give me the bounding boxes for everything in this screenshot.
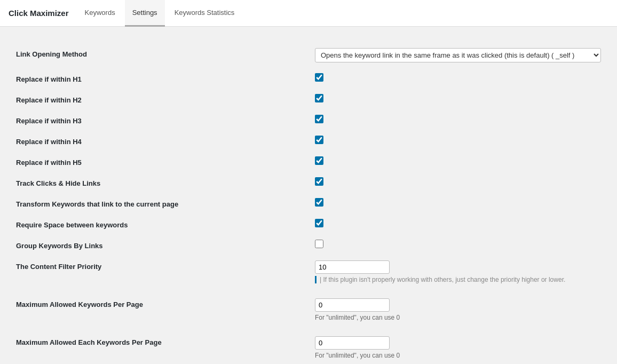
link-opening-select[interactable]: Opens the keyword link in the same frame… [315,48,601,62]
row-h1: Replace if within H1 [16,68,601,89]
checkbox-group-keywords[interactable] [315,240,323,248]
content-filter-input[interactable] [315,260,390,274]
max-keywords-input[interactable] [315,298,390,312]
checkbox-h2[interactable] [315,94,323,102]
checkbox-h4[interactable] [315,136,323,144]
link-opening-row: Link Opening Method Opens the keyword li… [16,43,601,68]
checkbox-h3[interactable] [315,115,323,123]
row-track-clicks: Track Clicks & Hide Links [16,172,601,193]
label-max-each-keywords: Maximum Allowed Each Keywords Per Page [16,338,162,346]
max-each-keywords-hint: For "unlimited", you can use 0 [315,352,601,359]
row-h3: Replace if within H3 [16,109,601,130]
checkbox-h5[interactable] [315,156,323,165]
label-h2: Replace if within H2 [16,96,82,104]
link-opening-label: Link Opening Method [16,50,87,58]
label-track-clicks: Track Clicks & Hide Links [16,179,100,187]
content-filter-hint: | If this plugin isn't properly working … [315,276,601,283]
max-each-keywords-input[interactable] [315,336,390,350]
label-content-filter: The Content Filter Priority [16,263,101,271]
row-require-space: Require Space between keywords [16,213,601,234]
checkbox-transform-keywords[interactable] [315,198,323,207]
row-max-keywords: Maximum Allowed Keywords Per Page For "u… [16,293,601,327]
top-nav: Click Maximizer Keywords Settings Keywor… [0,0,617,27]
max-keywords-hint: For "unlimited", you can use 0 [315,314,601,321]
tab-settings[interactable]: Settings [125,0,165,27]
settings-content: Link Opening Method Opens the keyword li… [0,27,617,364]
row-transform-keywords: Transform Keywords that link to the curr… [16,193,601,213]
checkbox-h1[interactable] [315,73,323,82]
brand-name: Click Maximizer [9,9,69,18]
tab-keywords[interactable]: Keywords [77,0,123,27]
tab-keywords-statistics[interactable]: Keywords Statistics [167,0,242,27]
checkbox-track-clicks[interactable] [315,177,323,186]
row-content-filter: The Content Filter Priority | If this pl… [16,255,601,289]
label-require-space: Require Space between keywords [16,221,128,229]
label-transform-keywords: Transform Keywords that link to the curr… [16,200,178,208]
label-group-keywords: Group Keywords By Links [16,242,103,250]
label-h5: Replace if within H5 [16,159,82,167]
row-h4: Replace if within H4 [16,130,601,151]
label-max-keywords: Maximum Allowed Keywords Per Page [16,300,143,308]
checkbox-require-space[interactable] [315,219,323,227]
row-max-each-keywords: Maximum Allowed Each Keywords Per Page F… [16,331,601,364]
label-h4: Replace if within H4 [16,138,82,146]
label-h3: Replace if within H3 [16,117,82,125]
row-group-keywords: Group Keywords By Links [16,234,601,255]
row-h2: Replace if within H2 [16,89,601,109]
label-h1: Replace if within H1 [16,75,82,83]
row-h5: Replace if within H5 [16,151,601,172]
